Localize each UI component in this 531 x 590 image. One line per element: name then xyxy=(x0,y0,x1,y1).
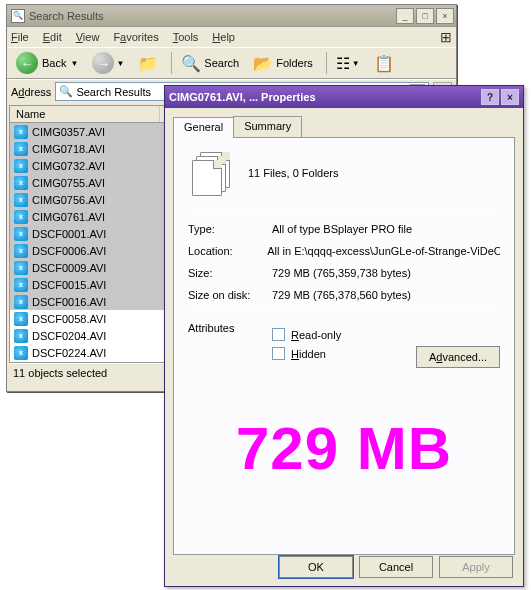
hidden-checkbox[interactable] xyxy=(272,347,285,360)
avi-file-icon: x xyxy=(14,227,28,241)
search-results-icon: 🔍 xyxy=(59,85,73,98)
toolbar-separator xyxy=(326,52,327,74)
file-name: DSCF0204.AVI xyxy=(32,330,106,342)
size-on-disk-label: Size on disk: xyxy=(188,289,272,301)
size-label: Size: xyxy=(188,267,272,279)
explorer-title: Search Results xyxy=(29,10,104,22)
tab-general[interactable]: General xyxy=(173,117,234,138)
avi-file-icon: x xyxy=(14,125,28,139)
search-icon: 🔍 xyxy=(181,54,201,73)
attributes-label: Attributes xyxy=(188,322,272,366)
tab-strip: General Summary xyxy=(173,116,515,137)
search-button[interactable]: 🔍 Search xyxy=(176,51,244,76)
files-summary: 11 Files, 0 Folders xyxy=(248,167,338,179)
avi-file-icon: x xyxy=(14,329,28,343)
file-name: DSCF0015.AVI xyxy=(32,279,106,291)
avi-file-icon: x xyxy=(14,278,28,292)
file-name: CIMG0755.AVI xyxy=(32,177,105,189)
menu-tools[interactable]: Tools xyxy=(173,31,199,43)
explorer-menubar: File Edit View Favorites Tools Help ⊞ xyxy=(7,27,456,47)
avi-file-icon: x xyxy=(14,346,28,360)
avi-file-icon: x xyxy=(14,193,28,207)
close-button[interactable]: × xyxy=(436,8,454,24)
explorer-toolbar: ← Back ▼ → ▼ 📁 🔍 Search 📂 Folders ☷ ▼ 📋 xyxy=(7,47,456,79)
properties-title: CIMG0761.AVI, ... Properties xyxy=(169,91,316,103)
views-icon: ☷ xyxy=(336,54,350,73)
menu-edit[interactable]: Edit xyxy=(43,31,62,43)
properties-dialog: CIMG0761.AVI, ... Properties ? × General… xyxy=(164,85,524,587)
menu-favorites[interactable]: Favorites xyxy=(113,31,158,43)
file-name: CIMG0761.AVI xyxy=(32,211,105,223)
forward-button[interactable]: → ▼ xyxy=(87,49,129,77)
file-name: CIMG0732.AVI xyxy=(32,160,105,172)
size-on-disk-value: 729 MB (765,378,560 bytes) xyxy=(272,289,411,301)
toolbar-overflow[interactable]: 📋 xyxy=(369,51,399,76)
chevron-down-icon: ▼ xyxy=(70,59,78,68)
menu-view[interactable]: View xyxy=(76,31,100,43)
file-name: CIMG0718.AVI xyxy=(32,143,105,155)
avi-file-icon: x xyxy=(14,210,28,224)
cancel-button[interactable]: Cancel xyxy=(359,556,433,578)
file-name: DSCF0001.AVI xyxy=(32,228,106,240)
big-size-overlay: 729 MB xyxy=(188,414,500,483)
type-value: All of type BSplayer PRO file xyxy=(272,223,412,235)
file-name: DSCF0009.AVI xyxy=(32,262,106,274)
clipboard-icon: 📋 xyxy=(374,54,394,73)
chevron-down-icon: ▼ xyxy=(116,59,124,68)
address-label: Address xyxy=(11,86,51,98)
readonly-label: Read-only xyxy=(291,329,341,341)
ok-button[interactable]: OK xyxy=(279,556,353,578)
back-button[interactable]: ← Back ▼ xyxy=(11,49,83,77)
file-name: DSCF0224.AVI xyxy=(32,347,106,359)
hidden-label: Hidden xyxy=(291,348,326,360)
toolbar-separator xyxy=(171,52,172,74)
location-label: Location: xyxy=(188,245,267,257)
forward-arrow-icon: → xyxy=(92,52,114,74)
column-name[interactable]: Name xyxy=(10,106,160,122)
back-arrow-icon: ← xyxy=(16,52,38,74)
file-name: DSCF0016.AVI xyxy=(32,296,106,308)
avi-file-icon: x xyxy=(14,295,28,309)
tab-summary[interactable]: Summary xyxy=(233,116,302,137)
minimize-button[interactable]: _ xyxy=(396,8,414,24)
views-button[interactable]: ☷ ▼ xyxy=(331,51,365,76)
readonly-checkbox[interactable] xyxy=(272,328,285,341)
location-value: All in E:\qqqq-excess\JunGLe-of-Strange-… xyxy=(267,245,500,257)
avi-file-icon: x xyxy=(14,142,28,156)
close-button[interactable]: × xyxy=(501,89,519,105)
folders-icon: 📂 xyxy=(253,54,273,73)
multi-file-icon xyxy=(192,152,234,194)
properties-titlebar[interactable]: CIMG0761.AVI, ... Properties ? × xyxy=(165,86,523,108)
folders-button[interactable]: 📂 Folders xyxy=(248,51,318,76)
search-results-icon: 🔍 xyxy=(11,9,25,23)
avi-file-icon: x xyxy=(14,176,28,190)
explorer-titlebar[interactable]: 🔍 Search Results _ □ × xyxy=(7,5,456,27)
menu-file[interactable]: File xyxy=(11,31,29,43)
folder-up-icon: 📁 xyxy=(138,54,158,73)
advanced-button[interactable]: Advanced... xyxy=(416,346,500,368)
help-button[interactable]: ? xyxy=(481,89,499,105)
size-value: 729 MB (765,359,738 bytes) xyxy=(272,267,411,279)
avi-file-icon: x xyxy=(14,312,28,326)
dialog-buttons: OK Cancel Apply xyxy=(165,556,523,578)
maximize-button[interactable]: □ xyxy=(416,8,434,24)
up-button[interactable]: 📁 xyxy=(133,51,163,76)
chevron-down-icon: ▼ xyxy=(352,59,360,68)
avi-file-icon: x xyxy=(14,159,28,173)
file-name: DSCF0006.AVI xyxy=(32,245,106,257)
file-name: DSCF0058.AVI xyxy=(32,313,106,325)
general-panel: 11 Files, 0 Folders Type: All of type BS… xyxy=(173,137,515,555)
file-name: CIMG0756.AVI xyxy=(32,194,105,206)
file-name: CIMG0357.AVI xyxy=(32,126,105,138)
type-label: Type: xyxy=(188,223,272,235)
menu-help[interactable]: Help xyxy=(212,31,235,43)
windows-flag-icon: ⊞ xyxy=(440,29,452,45)
avi-file-icon: x xyxy=(14,261,28,275)
apply-button[interactable]: Apply xyxy=(439,556,513,578)
avi-file-icon: x xyxy=(14,244,28,258)
address-value: Search Results xyxy=(76,86,151,98)
